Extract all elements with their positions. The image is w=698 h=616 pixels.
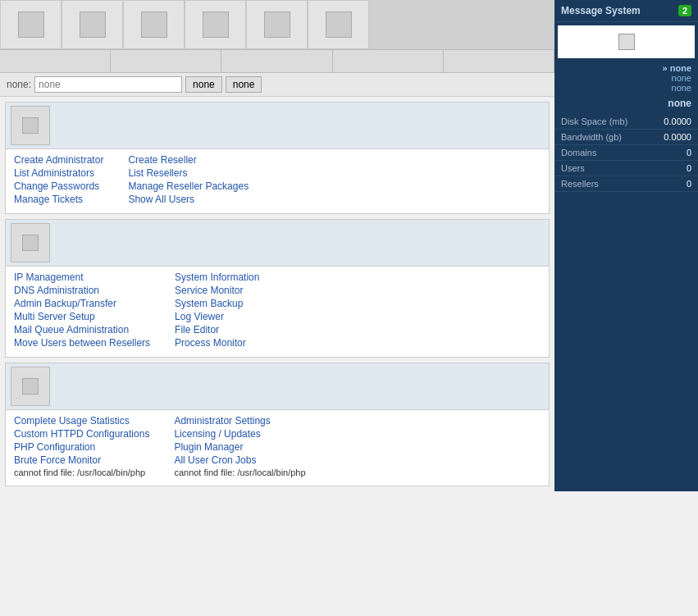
search-button-1[interactable]: none xyxy=(185,76,222,93)
advanced-section-header xyxy=(6,363,549,410)
left-panel: none: none none Create Administrator Lis… xyxy=(0,0,554,491)
right-nav-link-3[interactable]: none xyxy=(561,83,691,93)
brute-force-monitor-link[interactable]: Brute Force Monitor xyxy=(14,454,149,466)
server-section-header xyxy=(6,220,549,267)
nav-icon-3[interactable] xyxy=(123,0,185,49)
search-bar: none: none none xyxy=(0,73,554,97)
dns-administration-link[interactable]: DNS Administration xyxy=(14,285,150,296)
message-count-badge: 2 xyxy=(678,5,691,16)
logo-placeholder xyxy=(618,34,635,50)
main-wrapper: none: none none Create Administrator Lis… xyxy=(0,0,698,491)
server-section-links: IP Management DNS Administration Admin B… xyxy=(6,267,549,357)
admin-col2: Create Reseller List Resellers Manage Re… xyxy=(128,154,249,205)
sub-nav-5 xyxy=(444,50,554,72)
admin-col1: Create Administrator List Administrators… xyxy=(14,154,103,205)
stat-value-domains: 0 xyxy=(650,145,698,161)
admin-section-links: Create Administrator List Administrators… xyxy=(6,149,549,213)
admin-backup-transfer-link[interactable]: Admin Backup/Transfer xyxy=(14,298,150,309)
nav-icon-5[interactable] xyxy=(246,0,308,49)
stat-value-resellers: 0 xyxy=(650,176,698,192)
php-config-link[interactable]: PHP Configuration xyxy=(14,441,149,453)
stat-row-bandwidth: Bandwidth (gb) 0.0000 xyxy=(554,130,698,145)
advanced-section: Complete Usage Statistics Custom HTTPD C… xyxy=(5,363,550,486)
admin-section: Create Administrator List Administrators… xyxy=(5,102,550,214)
advanced-section-icon xyxy=(11,367,50,406)
admin-section-header xyxy=(6,103,549,149)
nav-icon-4[interactable] xyxy=(185,0,246,49)
account-label: none xyxy=(554,94,698,111)
plugin-manager-link[interactable]: Plugin Manager xyxy=(174,441,305,453)
stat-row-resellers: Resellers 0 xyxy=(554,176,698,192)
top-nav xyxy=(0,0,554,50)
sub-nav-4 xyxy=(333,50,444,72)
stat-row-users: Users 0 xyxy=(554,161,698,176)
search-input[interactable] xyxy=(34,76,182,93)
server-section: IP Management DNS Administration Admin B… xyxy=(5,219,550,358)
list-resellers-link[interactable]: List Resellers xyxy=(128,167,249,179)
ip-management-link[interactable]: IP Management xyxy=(14,271,150,283)
process-monitor-link[interactable]: Process Monitor xyxy=(175,337,259,349)
sub-nav-1 xyxy=(0,50,111,72)
php-error-1: cannot find file: /usr/local/bin/php xyxy=(14,468,149,477)
message-system-header: Message System 2 xyxy=(554,0,698,22)
nav-icon-6[interactable] xyxy=(308,0,369,49)
advanced-section-links: Complete Usage Statistics Custom HTTPD C… xyxy=(6,410,549,486)
show-all-users-link[interactable]: Show All Users xyxy=(128,194,249,205)
stats-table: Disk Space (mb) 0.0000 Bandwidth (gb) 0.… xyxy=(554,114,698,192)
manage-tickets-link[interactable]: Manage Tickets xyxy=(14,194,103,205)
manage-reseller-packages-link[interactable]: Manage Reseller Packages xyxy=(128,180,249,192)
right-panel: Message System 2 » none none none none D… xyxy=(554,0,698,491)
create-administrator-link[interactable]: Create Administrator xyxy=(14,154,103,166)
server-section-icon xyxy=(11,223,50,262)
mail-queue-admin-link[interactable]: Mail Queue Administration xyxy=(14,324,150,335)
search-button-2[interactable]: none xyxy=(226,76,262,93)
change-passwords-link[interactable]: Change Passwords xyxy=(14,180,103,192)
server-col2: System Information Service Monitor Syste… xyxy=(175,271,259,349)
stat-value-bandwidth: 0.0000 xyxy=(650,130,698,145)
licensing-updates-link[interactable]: Licensing / Updates xyxy=(174,428,305,440)
stat-label-users: Users xyxy=(554,161,650,176)
stat-value-disk: 0.0000 xyxy=(650,114,698,130)
complete-usage-stats-link[interactable]: Complete Usage Statistics xyxy=(14,415,149,427)
right-nav-link-1[interactable]: » none xyxy=(561,63,691,73)
advanced-col1: Complete Usage Statistics Custom HTTPD C… xyxy=(14,415,149,477)
move-users-resellers-link[interactable]: Move Users between Resellers xyxy=(14,337,150,349)
stat-label-bandwidth: Bandwidth (gb) xyxy=(554,130,650,145)
php-error-2: cannot find file: /usr/local/bin/php xyxy=(174,468,305,477)
sub-nav-2 xyxy=(111,50,221,72)
nav-icon-1[interactable] xyxy=(0,0,62,49)
system-information-link[interactable]: System Information xyxy=(175,271,259,283)
stat-label-domains: Domains xyxy=(554,145,650,161)
log-viewer-link[interactable]: Log Viewer xyxy=(175,311,259,322)
system-backup-link[interactable]: System Backup xyxy=(175,298,259,309)
right-nav-links: » none none none xyxy=(554,62,698,94)
create-reseller-link[interactable]: Create Reseller xyxy=(128,154,249,166)
stat-label-disk: Disk Space (mb) xyxy=(554,114,650,130)
file-editor-link[interactable]: File Editor xyxy=(175,324,259,335)
right-logo xyxy=(558,25,695,58)
stat-value-users: 0 xyxy=(650,161,698,176)
server-col1: IP Management DNS Administration Admin B… xyxy=(14,271,150,349)
service-monitor-link[interactable]: Service Monitor xyxy=(175,285,259,296)
stat-label-resellers: Resellers xyxy=(554,176,650,192)
advanced-col2: Administrator Settings Licensing / Updat… xyxy=(174,415,305,477)
search-label: none: xyxy=(7,79,31,90)
multi-server-setup-link[interactable]: Multi Server Setup xyxy=(14,311,150,322)
right-nav-link-2[interactable]: none xyxy=(561,73,691,83)
admin-settings-link[interactable]: Administrator Settings xyxy=(174,415,305,427)
message-system-label: Message System xyxy=(561,5,641,16)
custom-httpd-link[interactable]: Custom HTTPD Configurations xyxy=(14,428,149,440)
sub-nav xyxy=(0,50,554,73)
list-administrators-link[interactable]: List Administrators xyxy=(14,167,103,179)
all-user-cron-jobs-link[interactable]: All User Cron Jobs xyxy=(174,454,305,466)
sub-nav-3 xyxy=(221,50,332,72)
stat-row-domains: Domains 0 xyxy=(554,145,698,161)
admin-section-icon xyxy=(11,106,50,145)
stat-row-disk: Disk Space (mb) 0.0000 xyxy=(554,114,698,130)
nav-icon-2[interactable] xyxy=(62,0,123,49)
